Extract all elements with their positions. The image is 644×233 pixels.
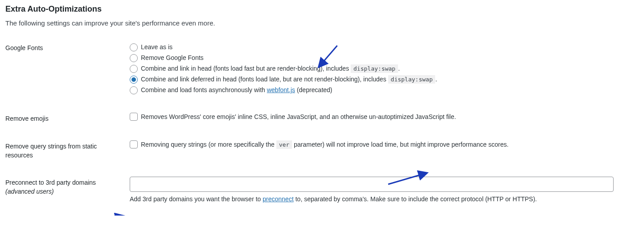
radio-async-input[interactable] <box>130 86 138 94</box>
preconnect-label-hint: (advanced users) <box>5 188 54 195</box>
remove-emojis-checkbox[interactable] <box>130 113 138 121</box>
preconnect-input[interactable] <box>130 177 614 192</box>
combine-head-code: display:swap <box>351 64 398 73</box>
async-text-b: (deprecated) <box>295 86 332 93</box>
radio-remove-input[interactable] <box>130 54 138 62</box>
radio-combine-head-label: Combine and link in head (fonts load fas… <box>141 64 400 74</box>
remove-emojis-check[interactable]: Removes WordPress' core emojis' inline C… <box>130 113 639 121</box>
radio-combine-deferred-label: Combine and link deferred in head (fonts… <box>141 74 437 85</box>
remove-query-text-a: Removing query strings (or more specific… <box>141 141 276 148</box>
section-title: Extra Auto-Optimizations <box>5 4 639 14</box>
radio-combine-deferred[interactable]: Combine and link deferred in head (fonts… <box>130 74 639 85</box>
remove-query-row: Remove query strings from static resourc… <box>5 136 639 172</box>
preconnect-label: Preconnect to 3rd party domains (advance… <box>5 177 130 196</box>
remove-query-label: Remove query strings from static resourc… <box>5 140 130 160</box>
section-description: The following settings can improve your … <box>5 19 639 27</box>
combine-head-text-b: . <box>398 65 400 72</box>
remove-query-field: Removing query strings (or more specific… <box>130 140 639 148</box>
radio-remove-fonts[interactable]: Remove Google Fonts <box>130 53 639 63</box>
preconnect-helper: Add 3rd party domains you want the brows… <box>130 195 639 204</box>
webfont-link[interactable]: webfont.js <box>267 86 295 93</box>
remove-emojis-field: Removes WordPress' core emojis' inline C… <box>130 113 639 121</box>
radio-async-webfont[interactable]: Combine and load fonts asynchronously wi… <box>130 85 639 95</box>
combine-head-text-a: Combine and link in head (fonts load fas… <box>141 65 351 72</box>
radio-async-label: Combine and load fonts asynchronously wi… <box>141 85 332 95</box>
preconnect-row: Preconnect to 3rd party domains (advance… <box>5 172 639 211</box>
combine-deferred-text-b: . <box>435 76 437 83</box>
radio-leave-label: Leave as is <box>141 42 173 52</box>
remove-emojis-label: Remove emojis <box>5 113 130 123</box>
async-text-a: Combine and load fonts asynchronously wi… <box>141 86 267 93</box>
remove-query-text-b: parameter) will not improve load time, b… <box>292 141 508 148</box>
combine-deferred-code: display:swap <box>388 75 436 84</box>
radio-combine-deferred-input[interactable] <box>130 76 138 84</box>
remove-query-code: ver <box>276 140 292 149</box>
preconnect-link[interactable]: preconnect <box>263 195 293 203</box>
remove-query-checkbox[interactable] <box>130 140 138 148</box>
radio-combine-head-input[interactable] <box>130 65 138 73</box>
preconnect-field: Add 3rd party domains you want the brows… <box>130 177 639 204</box>
preconnect-label-a: Preconnect to 3rd party domains <box>5 179 96 186</box>
radio-leave-input[interactable] <box>130 43 138 51</box>
preconnect-helper-b: to, separated by comma's. Make sure to i… <box>294 195 537 203</box>
remove-emojis-desc: Removes WordPress' core emojis' inline C… <box>141 113 456 120</box>
remove-emojis-row: Remove emojis Removes WordPress' core em… <box>5 108 639 136</box>
annotation-arrow-icon <box>72 213 126 216</box>
combine-deferred-text-a: Combine and link deferred in head (fonts… <box>141 76 388 83</box>
google-fonts-label: Google Fonts <box>5 42 130 53</box>
radio-combine-head[interactable]: Combine and link in head (fonts load fas… <box>130 64 639 74</box>
preconnect-helper-a: Add 3rd party domains you want the brows… <box>130 195 263 203</box>
radio-remove-label: Remove Google Fonts <box>141 53 203 63</box>
remove-query-desc: Removing query strings (or more specific… <box>141 141 508 148</box>
google-fonts-field: Leave as is Remove Google Fonts Combine … <box>130 42 639 96</box>
remove-query-check[interactable]: Removing query strings (or more specific… <box>130 140 639 148</box>
radio-leave-as-is[interactable]: Leave as is <box>130 42 639 52</box>
google-fonts-row: Google Fonts Leave as is Remove Google F… <box>5 38 639 108</box>
